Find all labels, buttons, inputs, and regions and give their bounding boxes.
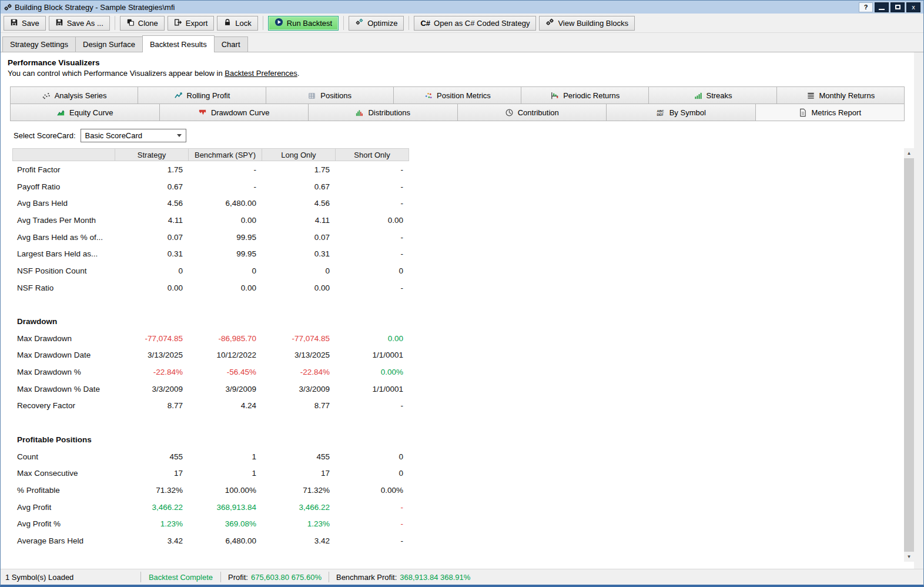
metric-value: 17 [115, 469, 189, 478]
metric-value: 4.24 [189, 401, 262, 410]
viz-tab-metrics-report[interactable]: Metrics Report [755, 104, 905, 121]
table-row: Count45514550 [12, 448, 904, 465]
metric-value: 3.42 [262, 536, 336, 545]
header-cell-short-only: Short Only [335, 148, 409, 161]
tab-strategy-settings[interactable]: Strategy Settings [2, 36, 76, 52]
metric-value: 455 [262, 452, 336, 461]
metric-label: Max Consecutive [12, 469, 115, 478]
metric-value: 0 [336, 469, 409, 478]
header-cell-strategy: Strategy [115, 148, 189, 161]
save-icon [10, 18, 18, 28]
optimize-button[interactable]: Optimize [349, 16, 404, 31]
metric-value: 17 [262, 469, 336, 478]
metric-value: 0.67 [262, 182, 336, 191]
metric-value: 0 [115, 266, 189, 275]
viz-tab-monthly-returns[interactable]: Monthly Returns [776, 86, 905, 104]
visualizer-tab-row-1: Analysis Series Rolling Profit Positions… [10, 86, 905, 104]
table-row: Max Drawdown-77,074.85-86,985.70-77,074.… [12, 330, 904, 347]
window-title: Building Block Strategy - Sample Strateg… [15, 3, 859, 12]
scroll-down-icon[interactable]: ▼ [904, 552, 914, 562]
scorecard-label: Select ScoreCard: [14, 131, 76, 140]
metric-label: Average Bars Held [12, 536, 115, 545]
metric-value: 6,480.00 [189, 199, 262, 208]
scorecard-select[interactable]: Basic ScoreCard [81, 129, 186, 142]
metric-label: Avg Profit % [12, 519, 115, 528]
viz-tab-drawdown-curve[interactable]: Drawdown Curve [159, 104, 309, 121]
table-row: NSF Position Count0000 [12, 262, 904, 279]
streaks-icon [694, 91, 702, 100]
viz-tab-label: Rolling Profit [187, 91, 230, 100]
viz-tab-streaks[interactable]: Streaks [648, 86, 776, 104]
table-row: Avg Trades Per Month4.110.004.110.00 [12, 212, 904, 229]
metric-value: 0.07 [262, 233, 336, 242]
scrollbar-thumb[interactable] [904, 158, 914, 552]
run-icon [274, 18, 283, 28]
table-row: % Profitable71.32%100.00%71.32%0.00% [12, 482, 904, 499]
metric-value: 455 [115, 452, 189, 461]
metric-value: 0.00 [115, 284, 189, 292]
metrics-report-icon [798, 108, 807, 117]
save-as-icon [55, 18, 63, 28]
visualizer-tab-row-2: Equity Curve Drawdown Curve Distribution… [10, 104, 905, 121]
rolling-profit-icon [174, 91, 183, 100]
viz-tab-periodic-returns[interactable]: Periodic Returns [521, 86, 649, 104]
metric-label: Profitable Positions [12, 435, 115, 444]
table-row: Max Drawdown % Date3/3/20093/9/20093/3/2… [12, 381, 904, 398]
viz-tab-by-symbol[interactable]: ABCDEF By Symbol [606, 104, 756, 121]
metric-value: 4.11 [262, 216, 336, 225]
metric-label: % Profitable [12, 486, 115, 495]
metric-label: Max Drawdown Date [12, 351, 115, 359]
viz-tab-equity-curve[interactable]: Equity Curve [10, 104, 160, 121]
metric-value: 6,480.00 [189, 536, 262, 545]
run-backtest-button[interactable]: Run Backtest [268, 16, 339, 31]
metric-value: 10/12/2022 [189, 351, 262, 359]
save-as-button[interactable]: Save As ... [49, 16, 110, 31]
export-button[interactable]: Export [168, 16, 215, 31]
metric-value: 0.00 [189, 216, 262, 225]
benchmark-profit-status: Benchmark Profit: 368,913.84 368.91% [329, 573, 477, 582]
metric-label: Drawdown [12, 317, 115, 326]
scroll-up-icon[interactable]: ▲ [904, 148, 914, 158]
open-csharp-button[interactable]: C# Open as C# Coded Strategy [414, 16, 536, 31]
toolbar-separator [343, 16, 344, 30]
metric-label: Largest Bars Held as... [12, 249, 115, 258]
metric-value: 0.00 [262, 284, 336, 292]
viz-tab-label: Position Metrics [437, 91, 491, 100]
viz-tab-contribution[interactable]: Contribution [457, 104, 607, 121]
svg-text:ABC: ABC [657, 109, 664, 112]
viz-tab-distributions[interactable]: Distributions [308, 104, 458, 121]
viz-tab-rolling-profit[interactable]: Rolling Profit [138, 86, 266, 104]
positions-icon [307, 91, 316, 100]
metric-label: Avg Bars Held [12, 199, 115, 208]
building-blocks-icon [545, 18, 554, 28]
minimize-button[interactable] [875, 2, 889, 12]
metric-label: Avg Profit [12, 503, 115, 512]
lock-button[interactable]: Lock [217, 16, 257, 31]
save-button[interactable]: Save [4, 16, 46, 31]
vertical-scrollbar[interactable]: ▲ ▼ [904, 148, 914, 562]
metric-value: 0.00% [336, 368, 409, 376]
clone-button[interactable]: Clone [120, 16, 165, 31]
viz-tab-label: Drawdown Curve [211, 108, 270, 117]
table-row: Max Drawdown Date3/13/202510/12/20223/13… [12, 347, 904, 364]
tab-design-surface[interactable]: Design Surface [75, 36, 143, 52]
tab-chart[interactable]: Chart [214, 36, 248, 52]
lock-label: Lock [235, 19, 251, 28]
viz-tab-position-metrics[interactable]: Position Metrics [393, 86, 521, 104]
metric-value: 1/1/0001 [336, 351, 409, 359]
viz-tab-positions[interactable]: Positions [266, 86, 394, 104]
table-row: Avg Profit3,466.22368,913.843,466.22- [12, 499, 904, 516]
help-button[interactable]: ? [859, 2, 873, 12]
metric-value: 0.00 [336, 216, 409, 225]
viz-tab-label: Contribution [518, 108, 559, 117]
tab-backtest-results[interactable]: Backtest Results [142, 35, 215, 52]
metric-label: NSF Position Count [12, 266, 115, 275]
backtest-preferences-link[interactable]: Backtest Preferences [225, 69, 297, 78]
viz-tab-analysis-series[interactable]: Analysis Series [10, 86, 138, 104]
maximize-button[interactable] [890, 2, 905, 12]
subtitle-text: You can control which Performance Visual… [8, 69, 225, 78]
header-cell-long-only: Long Only [262, 148, 336, 161]
viz-tab-label: Monthly Returns [819, 91, 875, 100]
close-button[interactable]: x [906, 2, 920, 12]
view-building-blocks-button[interactable]: View Building Blocks [539, 16, 635, 31]
